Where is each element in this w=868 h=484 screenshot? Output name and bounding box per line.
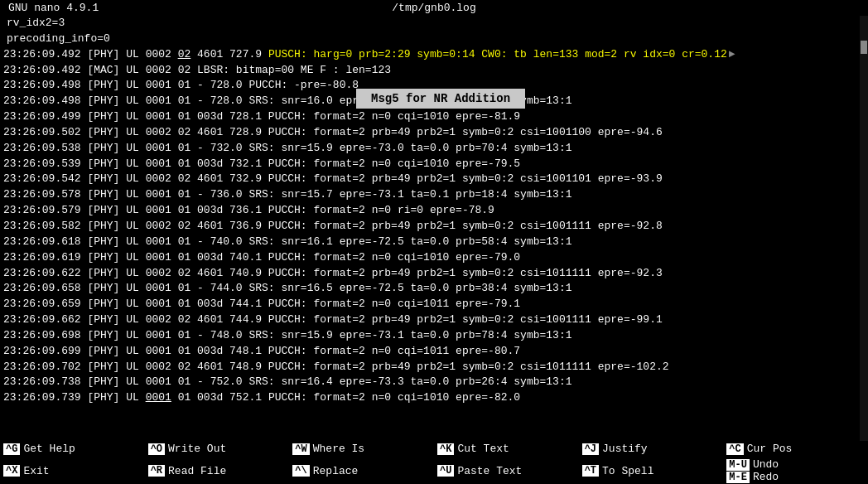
key-get-help: ^G xyxy=(3,443,20,455)
label-cut-text: Cut Text xyxy=(457,443,509,455)
log-line: 23:26:09.618 [PHY] UL 0001 01 - 740.0 SR… xyxy=(3,235,865,250)
log-line: 23:26:09.739 [PHY] UL 0001 01 003d 752.1… xyxy=(3,390,865,406)
log-line: 23:26:09.699 [PHY] UL 0001 01 003d 748.1… xyxy=(3,344,865,360)
title-bar: GNU nano 4.9.1 /tmp/gnb0.log xyxy=(0,0,868,16)
label-exit: Exit xyxy=(23,465,49,477)
log-line: 23:26:09.492 [PHY] UL 0002 02 4601 727.9… xyxy=(3,47,865,63)
key-justify: ^J xyxy=(582,443,599,455)
log-line: 23:26:09.622 [PHY] UL 0002 02 4601 740.9… xyxy=(3,266,865,282)
log-line: 23:26:09.659 [PHY] UL 0001 01 003d 744.1… xyxy=(3,297,865,312)
key-write-out: ^O xyxy=(148,443,165,455)
log-line: 23:26:09.539 [PHY] UL 0001 01 003d 732.1… xyxy=(3,157,865,172)
log-line: 23:26:09.578 [PHY] UL 0001 01 - 736.0 SR… xyxy=(3,187,865,203)
label-read-file: Read File xyxy=(168,465,226,477)
label-cur-pos: Cur Pos xyxy=(747,443,793,455)
label-undo: Undo xyxy=(753,458,779,471)
label-paste-text: Paste Text xyxy=(457,465,522,477)
bottom-justify[interactable]: ^J Justify xyxy=(579,441,724,457)
bottom-to-spell[interactable]: ^T To Spell xyxy=(579,457,724,484)
label-where-is: Where Is xyxy=(313,443,364,455)
label-write-out: Write Out xyxy=(168,443,226,455)
key-replace: ^\ xyxy=(292,465,309,477)
log-line: 23:26:09.658 [PHY] UL 0001 01 - 744.0 SR… xyxy=(3,281,865,297)
bottom-write-out[interactable]: ^O Write Out xyxy=(145,441,290,457)
key-where-is: ^W xyxy=(292,443,309,455)
key-read-file: ^R xyxy=(148,465,165,477)
app-name: GNU nano 4.9.1 xyxy=(8,2,99,14)
label-replace: Replace xyxy=(313,465,359,477)
precoding-line: precoding_info=0 xyxy=(3,31,865,47)
bottom-exit[interactable]: ^X Exit xyxy=(0,457,145,484)
key-redo: M-E xyxy=(726,472,750,483)
log-line: 23:26:09.619 [PHY] UL 0001 01 003d 740.1… xyxy=(3,250,865,266)
file-name: /tmp/gnb0.log xyxy=(392,2,475,14)
label-get-help: Get Help xyxy=(23,443,75,455)
key-cur-pos: ^C xyxy=(726,443,743,455)
log-line: 23:26:09.582 [PHY] UL 0002 02 4601 736.9… xyxy=(3,219,865,235)
log-line: 23:26:09.579 [PHY] UL 0001 01 003d 736.1… xyxy=(3,203,865,219)
log-line: 23:26:09.662 [PHY] UL 0002 02 4601 744.9… xyxy=(3,312,865,328)
rv-idx-line: rv_idx2=3 xyxy=(3,16,865,31)
label-redo: Redo xyxy=(753,471,779,483)
bottom-get-help[interactable]: ^G Get Help xyxy=(0,441,145,457)
key-cut-text: ^K xyxy=(437,443,454,455)
bottom-bar: ^G Get Help ^O Write Out ^W Where Is ^K … xyxy=(0,441,868,484)
log-line: 23:26:09.702 [PHY] UL 0002 02 4601 748.9… xyxy=(3,360,865,375)
key-paste-text: ^U xyxy=(437,465,454,477)
bottom-cur-pos[interactable]: ^C Cur Pos xyxy=(723,441,868,457)
log-area: rv_idx2=3 precoding_info=0 23:26:09.492 … xyxy=(0,16,868,441)
log-line: 23:26:09.538 [PHY] UL 0001 01 - 732.0 SR… xyxy=(3,141,865,157)
bottom-paste-text[interactable]: ^U Paste Text xyxy=(434,457,579,484)
log-line: 23:26:09.502 [PHY] UL 0002 02 4601 728.9… xyxy=(3,125,865,141)
label-justify: Justify xyxy=(602,443,648,455)
bottom-cut-text[interactable]: ^K Cut Text xyxy=(434,441,579,457)
bottom-read-file[interactable]: ^R Read File xyxy=(145,457,290,484)
log-line: 23:26:09.492 [MAC] UL 0002 02 LBSR: bitm… xyxy=(3,63,865,79)
key-exit: ^X xyxy=(3,465,20,477)
label-to-spell: To Spell xyxy=(602,465,653,477)
log-line: 23:26:09.499 [PHY] UL 0001 01 003d 728.1… xyxy=(3,109,865,125)
msg-banner: Msg5 for NR Addition xyxy=(356,89,525,109)
log-line: 23:26:09.738 [PHY] UL 0001 01 - 752.0 SR… xyxy=(3,375,865,390)
bottom-replace[interactable]: ^\ Replace xyxy=(289,457,434,484)
log-line: 23:26:09.542 [PHY] UL 0002 02 4601 732.9… xyxy=(3,172,865,187)
bottom-where-is[interactable]: ^W Where Is xyxy=(289,441,434,457)
key-to-spell: ^T xyxy=(582,465,599,477)
key-undo: M-U xyxy=(726,459,750,471)
bottom-undo-redo[interactable]: M-U Undo M-E Redo xyxy=(723,457,868,484)
log-line: 23:26:09.698 [PHY] UL 0001 01 - 748.0 SR… xyxy=(3,328,865,344)
